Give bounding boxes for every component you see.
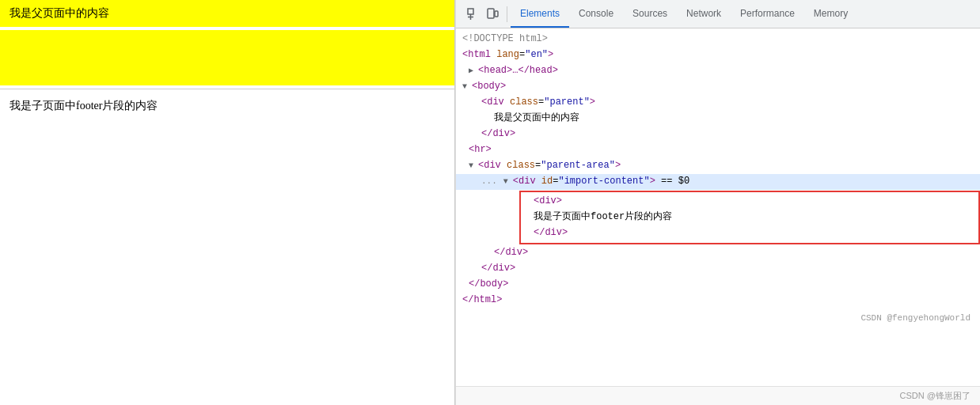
tab-network[interactable]: Network (677, 0, 731, 28)
elements-code-panel[interactable]: <!DOCTYPE html> <html lang="en"> ▶ <head… (456, 28, 980, 386)
parent-content-text: 我是父页面中的内容 (0, 0, 454, 27)
browser-preview: 我是父页面中的内容 我是子页面中footer片段的内容 (0, 0, 455, 405)
device-icon[interactable] (484, 6, 500, 22)
divider (0, 89, 454, 89)
code-line-import-close: </div> (456, 245, 980, 261)
code-line-parent-text: 我是父页面中的内容 (456, 111, 980, 127)
red-border-highlight: <div> 我是子页面中footer片段的内容 </div> (519, 191, 980, 244)
tab-memory[interactable]: Memory (804, 0, 857, 28)
code-line-hr: <hr> (456, 142, 980, 158)
tab-console[interactable]: Console (569, 0, 623, 28)
code-line-body-close: </body> (456, 277, 980, 293)
code-line-parent-area-close: </div> (456, 261, 980, 277)
svg-rect-3 (488, 9, 494, 18)
code-line-div-parent-area: ▼ <div class="parent-area"> (456, 158, 980, 174)
code-line-div-parent: <div class="parent"> (456, 95, 980, 111)
code-line-div-parent-close: </div> (456, 127, 980, 142)
code-line-inner-div-close: </div> (527, 225, 972, 241)
code-line-inner-div-open: <div> (527, 194, 972, 210)
tab-performance[interactable]: Performance (731, 0, 804, 28)
inspector-icon[interactable] (465, 6, 481, 22)
code-line-body: ▼ <body> (456, 79, 980, 95)
devtools-bottom-bar: CSDN @锋崽困了 (456, 386, 980, 405)
code-line-doctype: <!DOCTYPE html> (456, 32, 980, 47)
devtools-panel: Elements Console Sources Network Perform… (455, 0, 980, 405)
attribution-1: CSDN @fengyehongWorld (456, 308, 980, 329)
code-line-div-import-content: ... ▼ <div id="import-content"> == $0 (456, 174, 980, 190)
tab-elements[interactable]: Elements (511, 0, 569, 28)
footer-content-text: 我是子页面中footer片段的内容 (0, 93, 454, 119)
svg-rect-0 (468, 9, 473, 14)
code-line-footer-text: 我是子页面中footer片段的内容 (527, 210, 972, 225)
toolbar-icons (459, 6, 507, 22)
devtools-toolbar: Elements Console Sources Network Perform… (456, 0, 980, 28)
devtools-tabs: Elements Console Sources Network Perform… (511, 0, 857, 28)
code-line-head: ▶ <head>…</head> (456, 63, 980, 79)
yellow-block (0, 30, 454, 85)
tab-sources[interactable]: Sources (623, 0, 677, 28)
attribution-2: CSDN @锋崽困了 (456, 387, 980, 405)
svg-rect-4 (495, 11, 498, 17)
code-line-html: <html lang="en"> (456, 47, 980, 63)
code-line-html-close: </html> (456, 293, 980, 308)
